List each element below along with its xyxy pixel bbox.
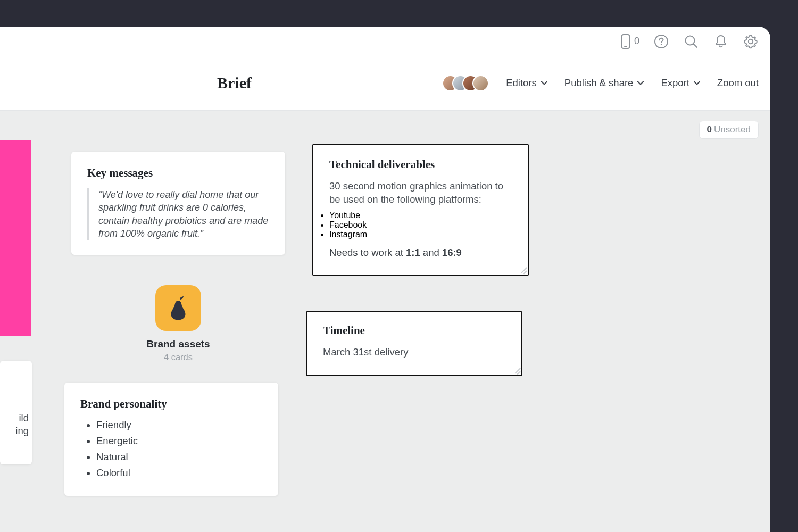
svg-rect-1	[624, 46, 627, 47]
card-title: Timeline	[323, 324, 505, 337]
pear-icon	[168, 295, 189, 321]
resize-handle[interactable]	[513, 367, 520, 374]
editors-label: Editors	[506, 77, 537, 89]
svg-line-5	[694, 44, 697, 47]
list-item: Facebook	[329, 220, 512, 230]
brand-assets-tile[interactable]	[155, 285, 201, 331]
mobile-preview-button[interactable]: 0	[620, 34, 639, 49]
search-button[interactable]	[683, 34, 699, 49]
stack-meta: 4 cards	[135, 352, 222, 362]
unsorted-label: Unsorted	[714, 124, 751, 135]
key-messages-card[interactable]: Key messages “We'd love to really dial h…	[71, 152, 285, 255]
unsorted-count: 0	[707, 124, 712, 135]
document-header: Brief Editors Publish & share Export	[0, 56, 770, 111]
card-title: Key messages	[87, 167, 269, 180]
text: Needs to work at	[329, 247, 406, 258]
chevron-down-icon	[541, 81, 547, 85]
card-title: Technical deliverables	[329, 158, 512, 171]
list-item: Natural	[96, 451, 262, 463]
chevron-down-icon	[694, 81, 700, 85]
aspect-ratio-note: Needs to work at 1:1 and 16:9	[329, 247, 512, 259]
help-icon	[653, 34, 669, 49]
notifications-button[interactable]	[713, 34, 729, 49]
mobile-count: 0	[634, 36, 639, 47]
brand-assets-stack[interactable]: Brand assets 4 cards	[135, 285, 222, 362]
page-title: Brief	[217, 74, 252, 92]
editors-dropdown[interactable]: Editors	[506, 77, 547, 89]
stack-name: Brand assets	[135, 338, 222, 350]
export-label: Export	[661, 77, 689, 89]
mobile-icon	[620, 34, 631, 49]
bell-icon	[713, 34, 729, 49]
technical-intro: 30 second motion graphics animation to b…	[329, 180, 512, 206]
unsorted-pill[interactable]: 0Unsorted	[699, 121, 759, 139]
export-dropdown[interactable]: Export	[661, 77, 700, 89]
brand-personality-card[interactable]: Brand personality Friendly Energetic Nat…	[64, 383, 278, 496]
zoom-out-button[interactable]: Zoom out	[717, 77, 759, 89]
technical-platforms-list: Youtube Facebook Instagram	[329, 211, 512, 239]
technical-deliverables-card[interactable]: Technical deliverables 30 second motion …	[312, 144, 529, 276]
list-item: Instagram	[329, 230, 512, 239]
list-item: Energetic	[96, 435, 262, 447]
outer-topbar	[0, 0, 798, 27]
fragment-text: ild	[0, 412, 32, 425]
publish-share-dropdown[interactable]: Publish & share	[564, 77, 644, 89]
board-canvas[interactable]: 0Unsorted Key messages “We'd love to rea…	[0, 111, 770, 532]
resize-handle[interactable]	[519, 266, 527, 273]
app-window: 0 Brief Editors	[0, 27, 770, 532]
svg-point-6	[749, 39, 753, 43]
list-item: Colorful	[96, 467, 262, 479]
brand-personality-list: Friendly Energetic Natural Colorful	[80, 419, 262, 479]
ratio-value: 1:1	[406, 247, 420, 258]
settings-button[interactable]	[743, 34, 759, 49]
header-actions: Editors Publish & share Export Zoom out	[442, 75, 759, 92]
text: and	[420, 247, 442, 258]
avatar[interactable]	[472, 75, 489, 92]
zoom-label: Zoom out	[717, 77, 759, 89]
fragment-text: ing	[0, 425, 32, 437]
search-icon	[683, 34, 699, 49]
card-title: Brand personality	[80, 397, 262, 411]
collaborator-avatars[interactable]	[442, 75, 489, 92]
list-item: Youtube	[329, 211, 512, 220]
key-messages-quote: “We'd love to really dial home that our …	[87, 188, 269, 240]
gear-icon	[743, 34, 759, 49]
list-item: Friendly	[96, 419, 262, 431]
offscreen-pink-card[interactable]	[0, 140, 31, 336]
timeline-card[interactable]: Timeline March 31st delivery	[306, 311, 522, 376]
publish-label: Publish & share	[564, 77, 634, 89]
svg-point-3	[661, 44, 662, 45]
timeline-body: March 31st delivery	[323, 346, 505, 359]
offscreen-card-fragment[interactable]: ild ing	[0, 361, 32, 464]
help-button[interactable]	[653, 34, 669, 49]
outer-sidestrip	[770, 27, 798, 532]
chevron-down-icon	[637, 81, 644, 85]
app-toolbar: 0	[0, 27, 770, 56]
ratio-value: 16:9	[442, 247, 462, 258]
